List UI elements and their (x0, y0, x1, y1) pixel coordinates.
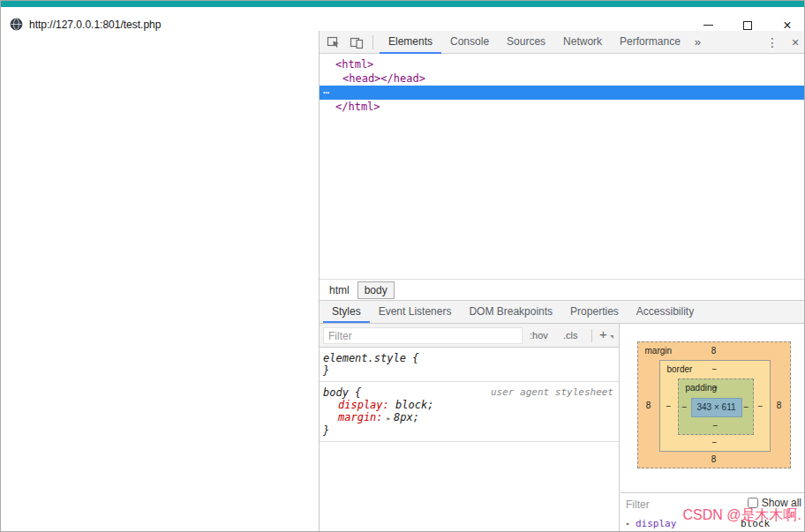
margin-left-value[interactable]: 8 (638, 401, 659, 410)
body-rule-selector[interactable]: body { (323, 386, 361, 399)
styles-toolbar: :hov .cls + (320, 324, 619, 348)
box-model-diagram: margin 8 8 8 8 border − − − − padding − (637, 341, 791, 468)
border-top-value[interactable]: − (660, 364, 770, 374)
border-right-value[interactable]: − (752, 401, 770, 411)
tab-styles[interactable]: Styles (323, 301, 370, 323)
tab-elements[interactable]: Elements (380, 31, 441, 54)
css-property-display[interactable]: display: block; (323, 399, 615, 411)
page-viewport[interactable] (1, 31, 319, 532)
maximize-icon (743, 21, 752, 30)
window-top-strip (1, 1, 804, 7)
tab-event-listeners[interactable]: Event Listeners (370, 301, 461, 323)
border-left-value[interactable]: − (660, 401, 678, 411)
padding-left-value[interactable]: − (679, 402, 691, 412)
node-menu-icon[interactable]: ⋯ (323, 86, 330, 100)
breadcrumb-html[interactable]: html (323, 282, 356, 298)
tab-console[interactable]: Console (441, 31, 498, 54)
site-favicon-icon (10, 18, 23, 31)
css-property-margin[interactable]: margin:▸8px; (323, 411, 615, 424)
tab-dom-breakpoints[interactable]: DOM Breakpoints (460, 301, 561, 323)
dom-node-body-label: <body></body> (394, 101, 477, 113)
dom-node-html-open[interactable]: <html> (320, 57, 805, 71)
box-model-margin[interactable]: margin 8 8 8 8 border − − − − padding − (637, 341, 791, 468)
tab-performance[interactable]: Performance (611, 31, 689, 54)
margin-top-value[interactable]: 8 (638, 346, 790, 356)
window-titlebar: http://127.0.0.1:801/test.php × (1, 7, 804, 31)
box-model-padding[interactable]: padding − − − − 343 × 611 (678, 378, 754, 435)
devtools-menu-icon[interactable]: ⋮ (763, 31, 782, 54)
tab-sources[interactable]: Sources (498, 31, 554, 54)
box-model-content[interactable]: 343 × 611 (691, 398, 742, 417)
inline-style-selector[interactable]: element.style { (323, 352, 615, 364)
browser-window: http://127.0.0.1:801/test.php × Elements… (0, 0, 805, 532)
tab-network[interactable]: Network (554, 31, 611, 54)
more-tabs-chevron-icon[interactable]: » (689, 31, 706, 54)
dom-node-body-selected[interactable]: ⋯<body></body>== $0 (320, 86, 805, 100)
tab-properties[interactable]: Properties (561, 301, 628, 323)
body-rule-close-brace: } (323, 424, 615, 437)
margin-bottom-value[interactable]: 8 (638, 454, 790, 464)
sidebar-tabs: Styles Event Listeners DOM Breakpoints P… (320, 300, 805, 324)
body-style-rule: body { user agent stylesheet display: bl… (320, 382, 619, 442)
pseudo-state-button[interactable]: :hov (530, 324, 548, 347)
computed-sidebar: margin 8 8 8 8 border − − − − padding − (621, 324, 805, 532)
element-classes-button[interactable]: .cls (563, 324, 578, 347)
selected-node-hint: == $0 (489, 101, 521, 113)
styles-filter-input[interactable] (323, 327, 523, 344)
padding-top-value[interactable]: − (679, 383, 753, 393)
watermark: CSDN @是木木啊. (683, 506, 801, 525)
elements-tree: <html> <head></head> ⋯<body></body>== $0… (320, 54, 805, 279)
breadcrumb: html body (320, 279, 805, 300)
devtools-toolbar: Elements Console Sources Network Perform… (320, 31, 805, 54)
margin-right-value[interactable]: 8 (769, 401, 790, 410)
inspect-element-icon[interactable] (327, 35, 341, 49)
expand-shorthand-icon[interactable]: ▸ (387, 414, 391, 423)
border-bottom-value[interactable]: − (660, 438, 770, 447)
stylesheet-origin: user agent stylesheet (491, 386, 615, 399)
tab-accessibility[interactable]: Accessibility (628, 301, 703, 323)
toolbar-separator (372, 35, 373, 49)
padding-right-value[interactable]: − (741, 402, 753, 412)
expand-property-icon[interactable]: ▸ (626, 514, 630, 532)
device-toolbar-icon[interactable] (350, 35, 364, 49)
inline-style-rule: element.style { } (320, 348, 619, 382)
box-model-border[interactable]: border − − − − padding − − − − 343 × 611 (659, 360, 771, 452)
styles-pane: :hov .cls + element.style { } body { use… (320, 324, 620, 532)
devtools-close-icon[interactable]: × (786, 31, 805, 54)
dom-node-head[interactable]: <head></head> (320, 71, 805, 86)
styles-toolbar-separator (591, 329, 592, 342)
padding-bottom-value[interactable]: − (679, 421, 753, 431)
devtools-panel: Elements Console Sources Network Perform… (319, 31, 805, 532)
minimize-icon (703, 25, 713, 26)
breadcrumb-body[interactable]: body (357, 281, 395, 299)
inline-style-close-brace: } (323, 364, 615, 377)
new-style-rule-button[interactable]: + (599, 323, 607, 346)
computed-property-name: display (636, 514, 676, 532)
